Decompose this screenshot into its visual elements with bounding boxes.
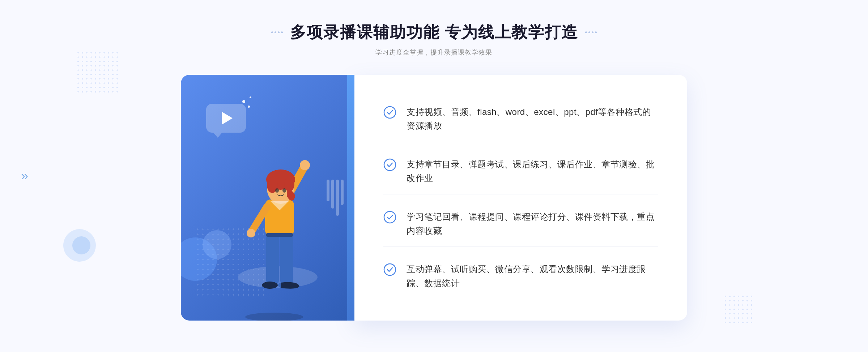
play-bubble-tail bbox=[213, 133, 222, 138]
svg-point-1 bbox=[245, 313, 303, 321]
feature-text-4: 互动弹幕、试听购买、微信分享、观看次数限制、学习进度跟踪、数据统计 bbox=[407, 262, 658, 290]
svg-rect-17 bbox=[266, 233, 293, 237]
subtitle: 学习进度全掌握，提升录播课教学效果 bbox=[271, 48, 597, 57]
vert-bars bbox=[327, 180, 344, 216]
check-icon-1 bbox=[383, 106, 396, 119]
play-triangle-icon bbox=[222, 112, 233, 125]
sparkle-1 bbox=[242, 100, 245, 103]
check-icon-4 bbox=[383, 263, 396, 276]
svg-point-3 bbox=[300, 160, 310, 170]
svg-point-19 bbox=[384, 159, 396, 171]
svg-line-5 bbox=[252, 207, 267, 230]
page-wrapper: » 多项录播课辅助功能 专为线上教学打造 学习进度全掌握，提升录播课教学效果 bbox=[0, 0, 868, 352]
svg-rect-14 bbox=[280, 234, 293, 284]
svg-point-12 bbox=[282, 188, 286, 193]
dots-decoration-left bbox=[76, 51, 119, 94]
feature-text-1: 支持视频、音频、flash、word、excel、ppt、pdf等各种格式的资源… bbox=[407, 105, 658, 133]
sparkle-3 bbox=[248, 106, 250, 108]
feature-item-3: 学习笔记回看、课程提问、课程评论打分、课件资料下载，重点内容收藏 bbox=[383, 201, 658, 247]
play-bubble bbox=[206, 104, 246, 136]
feature-item-1: 支持视频、音频、flash、word、excel、ppt、pdf等各种格式的资源… bbox=[383, 96, 658, 142]
svg-point-18 bbox=[384, 107, 396, 118]
illustration-inner bbox=[181, 75, 354, 321]
features-panel: 支持视频、音频、flash、word、excel、ppt、pdf等各种格式的资源… bbox=[354, 75, 687, 321]
svg-point-20 bbox=[384, 211, 396, 223]
content-area: 支持视频、音频、flash、word、excel、ppt、pdf等各种格式的资源… bbox=[181, 75, 687, 321]
character-illustration bbox=[227, 133, 328, 321]
header-section: 多项录播课辅助功能 专为线上教学打造 学习进度全掌握，提升录播课教学效果 bbox=[271, 22, 597, 57]
svg-point-15 bbox=[262, 282, 278, 289]
illustration-card bbox=[181, 75, 354, 321]
decorator-dots-right bbox=[585, 31, 597, 33]
play-bubble-shape bbox=[206, 104, 246, 133]
feature-text-3: 学习笔记回看、课程提问、课程评论打分、课件资料下载，重点内容收藏 bbox=[407, 210, 658, 238]
side-deco-circle-small bbox=[72, 236, 90, 254]
main-title: 多项录播课辅助功能 专为线上教学打造 bbox=[290, 22, 578, 43]
check-icon-3 bbox=[383, 211, 396, 224]
svg-rect-13 bbox=[266, 234, 279, 284]
header-decorators: 多项录播课辅助功能 专为线上教学打造 bbox=[271, 22, 597, 43]
sparkle-2 bbox=[250, 96, 251, 98]
accent-bar bbox=[347, 75, 354, 321]
dots-decoration-right bbox=[723, 294, 752, 323]
feature-item-4: 互动弹幕、试听购买、微信分享、观看次数限制、学习进度跟踪、数据统计 bbox=[383, 254, 658, 299]
decorator-dots-left bbox=[271, 31, 283, 33]
svg-point-11 bbox=[275, 188, 279, 193]
svg-point-21 bbox=[384, 264, 396, 275]
feature-item-2: 支持章节目录、弹题考试、课后练习、课后作业、章节测验、批改作业 bbox=[383, 149, 658, 194]
svg-point-6 bbox=[247, 229, 255, 237]
feature-text-2: 支持章节目录、弹题考试、课后练习、课后作业、章节测验、批改作业 bbox=[407, 158, 658, 185]
check-icon-2 bbox=[383, 158, 396, 171]
arrow-left-decoration: » bbox=[21, 168, 28, 184]
